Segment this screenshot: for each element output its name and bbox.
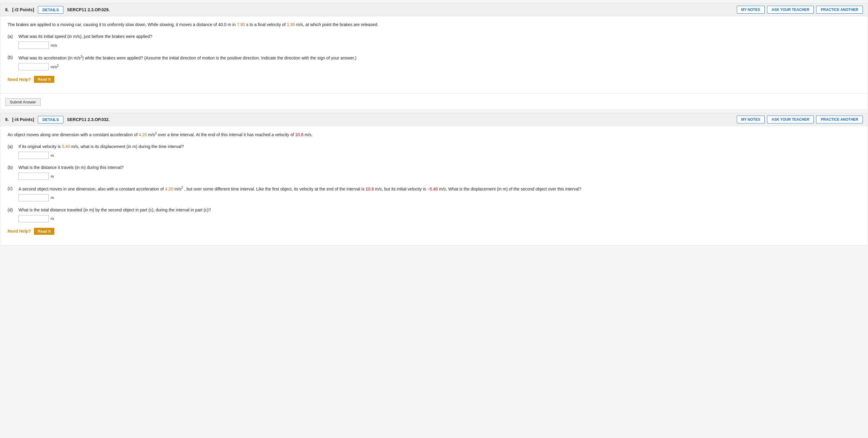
submit-row-8: Submit Answer bbox=[0, 96, 868, 110]
need-help-label-9: Need Help? bbox=[7, 229, 31, 234]
part-c-row-9: (c) A second object moves in one dimensi… bbox=[7, 185, 861, 201]
question-8-code: SERCP11 2.3.OP.029. bbox=[67, 7, 733, 12]
read-it-button-9[interactable]: Read It bbox=[34, 228, 54, 235]
ask-teacher-button-9[interactable]: ASK YOUR TEACHER bbox=[767, 116, 814, 123]
part-c-input-9[interactable] bbox=[19, 194, 49, 201]
part-a-input-row-9: m bbox=[19, 152, 861, 159]
practice-another-button-9[interactable]: PRACTICE ANOTHER bbox=[816, 116, 863, 123]
header-buttons-8: MY NOTES ASK YOUR TEACHER PRACTICE ANOTH… bbox=[737, 6, 863, 13]
question-8-block: 8. [-/2 Points] DETAILS SERCP11 2.3.OP.0… bbox=[0, 3, 868, 110]
part-a-input-8[interactable] bbox=[19, 41, 49, 49]
question-9-number: 9. [-/4 Points] bbox=[5, 117, 34, 122]
part-b-label-9: (b) bbox=[7, 165, 16, 170]
divider-8 bbox=[0, 93, 868, 93]
question-9-body: An object moves along one dimension with… bbox=[0, 126, 868, 245]
question-8-number: 8. [-/2 Points] bbox=[5, 7, 34, 12]
part-b-input-8[interactable] bbox=[19, 63, 49, 70]
part-b-label-8: (b) bbox=[7, 54, 16, 60]
need-help-label-8: Need Help? bbox=[7, 77, 31, 82]
submit-button-8[interactable]: Submit Answer bbox=[5, 98, 41, 106]
part-c-label-9: (c) bbox=[7, 185, 16, 191]
details-button-9[interactable]: DETAILS bbox=[38, 116, 64, 123]
part-b-content-8: What was its acceleration (in m/s2) whil… bbox=[19, 54, 861, 70]
part-d-input-row-9: m bbox=[19, 215, 861, 222]
part-d-content-9: What is the total distance traveled (in … bbox=[19, 207, 861, 222]
question-8-header: 8. [-/2 Points] DETAILS SERCP11 2.3.OP.0… bbox=[0, 3, 868, 17]
part-a-unit-9: m bbox=[51, 153, 54, 158]
part-b-row-8: (b) What was its acceleration (in m/s2) … bbox=[7, 54, 861, 70]
part-b-row-9: (b) What is the distance it travels (in … bbox=[7, 165, 861, 180]
part-a-label-9: (a) bbox=[7, 144, 16, 149]
part-a-question-9: If its original velocity is 5.40 m/s, wh… bbox=[19, 144, 861, 150]
question-9-block: 9. [-/4 Points] DETAILS SERCP11 2.3.OP.0… bbox=[0, 113, 868, 245]
part-d-input-9[interactable] bbox=[19, 215, 49, 222]
practice-another-button-8[interactable]: PRACTICE ANOTHER bbox=[816, 6, 863, 13]
part-b-question-9: What is the distance it travels (in m) d… bbox=[19, 165, 861, 171]
need-help-row-8: Need Help? Read It bbox=[7, 76, 861, 83]
part-a-question-8: What was its initial speed (in m/s), jus… bbox=[19, 33, 861, 40]
part-a-input-9[interactable] bbox=[19, 152, 49, 159]
part-c-unit-9: m bbox=[51, 195, 54, 200]
header-buttons-9: MY NOTES ASK YOUR TEACHER PRACTICE ANOTH… bbox=[737, 116, 863, 123]
problem-text-9: An object moves along one dimension with… bbox=[7, 131, 861, 138]
ask-teacher-button-8[interactable]: ASK YOUR TEACHER bbox=[767, 6, 814, 13]
part-b-input-row-9: m bbox=[19, 173, 861, 180]
part-b-question-8: What was its acceleration (in m/s2) whil… bbox=[19, 54, 861, 61]
details-button-8[interactable]: DETAILS bbox=[38, 6, 64, 13]
need-help-row-9: Need Help? Read It bbox=[7, 228, 861, 235]
part-a-input-row-8: m/s bbox=[19, 41, 861, 49]
part-b-input-9[interactable] bbox=[19, 173, 49, 180]
part-a-label-8: (a) bbox=[7, 33, 16, 39]
part-b-unit-8: m/s2 bbox=[51, 64, 59, 69]
my-notes-button-9[interactable]: MY NOTES bbox=[737, 116, 765, 123]
part-a-unit-8: m/s bbox=[51, 43, 57, 48]
part-d-unit-9: m bbox=[51, 216, 54, 221]
problem-text-8: The brakes are applied to a moving car, … bbox=[7, 21, 861, 28]
question-8-body: The brakes are applied to a moving car, … bbox=[0, 17, 868, 93]
part-c-content-9: A second object moves in one dimension, … bbox=[19, 185, 861, 201]
part-b-unit-9: m bbox=[51, 174, 54, 179]
question-9-header: 9. [-/4 Points] DETAILS SERCP11 2.3.OP.0… bbox=[0, 113, 868, 126]
part-a-content-8: What was its initial speed (in m/s), jus… bbox=[19, 33, 861, 49]
part-d-label-9: (d) bbox=[7, 207, 16, 212]
question-9-code: SERCP11 2.3.OP.032. bbox=[67, 117, 733, 122]
part-c-question-9: A second object moves in one dimension, … bbox=[19, 185, 861, 192]
part-b-content-9: What is the distance it travels (in m) d… bbox=[19, 165, 861, 180]
part-d-question-9: What is the total distance traveled (in … bbox=[19, 207, 861, 213]
part-a-row-9: (a) If its original velocity is 5.40 m/s… bbox=[7, 144, 861, 159]
part-a-row-8: (a) What was its initial speed (in m/s),… bbox=[7, 33, 861, 49]
part-c-input-row-9: m bbox=[19, 194, 861, 201]
part-b-input-row-8: m/s2 bbox=[19, 63, 861, 70]
part-d-row-9: (d) What is the total distance traveled … bbox=[7, 207, 861, 222]
read-it-button-8[interactable]: Read It bbox=[34, 76, 54, 83]
my-notes-button-8[interactable]: MY NOTES bbox=[737, 6, 765, 13]
part-a-content-9: If its original velocity is 5.40 m/s, wh… bbox=[19, 144, 861, 159]
